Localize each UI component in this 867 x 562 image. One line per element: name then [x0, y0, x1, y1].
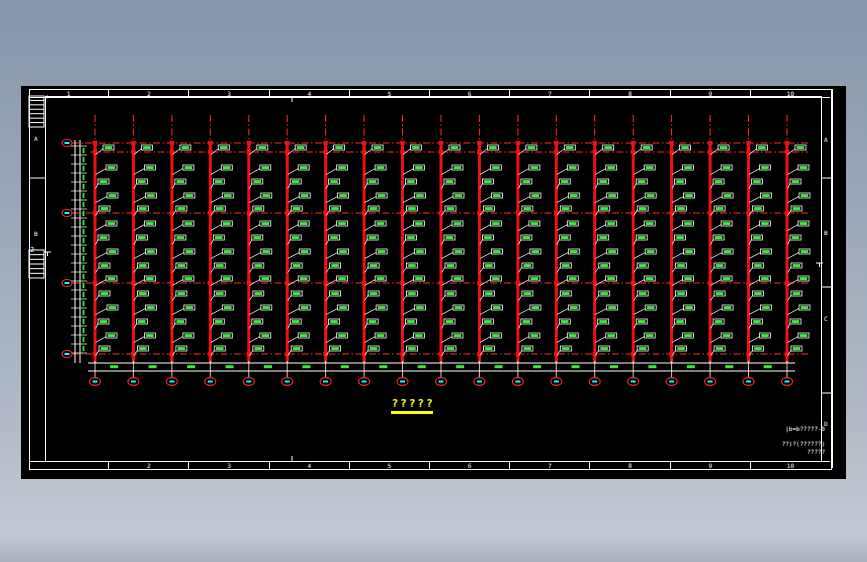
cad-viewer-background: 12345678910 2345678910 ABABCD+2 ????? |b…	[0, 0, 867, 562]
light-fixtures	[96, 145, 811, 356]
title-underline-bar	[391, 411, 433, 414]
bottom-raceway	[88, 361, 795, 378]
column-axis-stubs	[95, 115, 787, 143]
note-line-3: ?????	[690, 448, 825, 455]
fold-marks	[29, 96, 44, 278]
cad-drawing-canvas	[0, 0, 867, 562]
note-line-2: ??)?(??????)	[690, 440, 825, 447]
grid-bubbles-bottom	[90, 378, 793, 386]
grid-bubbles-left	[62, 140, 72, 358]
wall-detail	[71, 140, 87, 363]
note-line-1: |b=b?????-0	[690, 425, 825, 432]
drawing-title: ?????	[378, 397, 448, 410]
